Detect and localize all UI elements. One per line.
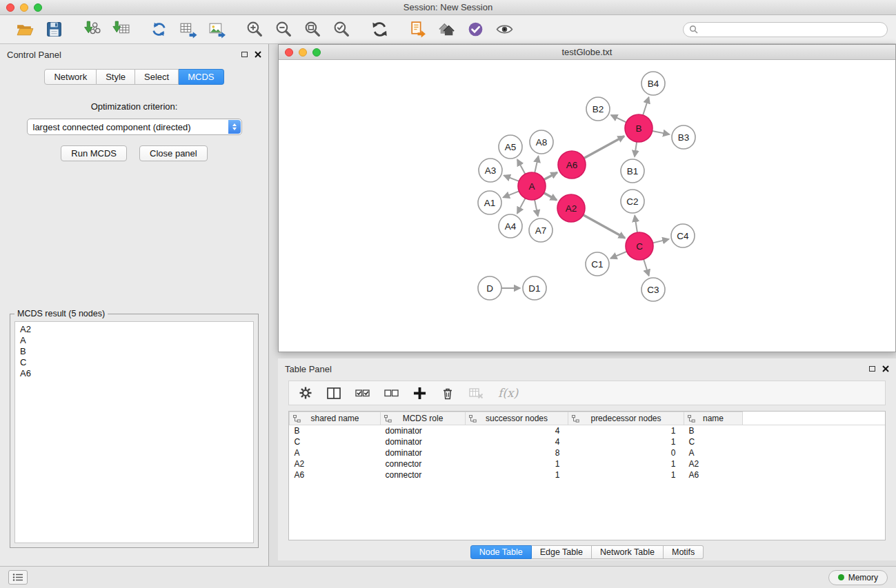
criterion-dropdown[interactable]: largest connected component (directed) [27,119,242,135]
node-table-container[interactable]: shared nameMCDS rolesuccessor nodesprede… [288,411,886,540]
network-close-button[interactable] [285,48,293,57]
table-row[interactable]: Adominator80A [290,447,886,458]
eye-button[interactable] [492,18,517,41]
edge-A-A1[interactable] [504,191,519,197]
export-image-button[interactable] [204,18,229,41]
node-A7[interactable]: A7 [529,219,552,242]
node-A8[interactable]: A8 [530,130,553,154]
float-table-panel-icon[interactable] [869,366,875,372]
edge-C-C2[interactable] [635,216,637,232]
cell-successor-nodes[interactable]: 1 [466,469,568,480]
refresh-button[interactable] [367,18,392,41]
close-table-panel-icon[interactable] [882,365,889,372]
edge-A-A8[interactable] [535,156,538,173]
node-C1[interactable]: C1 [586,252,609,276]
node-A3[interactable]: A3 [479,159,502,182]
tab-select[interactable]: Select [135,69,179,85]
cell-MCDS-role[interactable]: dominator [381,447,466,458]
cell-predecessor-nodes[interactable]: 1 [568,458,684,469]
cell-shared-name[interactable]: A6 [290,469,381,480]
cell-name[interactable]: A6 [684,469,743,480]
tab-edge-table[interactable]: Edge Table [532,545,592,559]
fullscreen-window-button[interactable] [34,3,42,12]
cell-successor-nodes[interactable]: 8 [466,447,568,458]
tab-node-table[interactable]: Node Table [470,545,532,559]
home-button[interactable] [434,18,459,41]
node-A[interactable]: A [518,172,546,200]
edge-B-B2[interactable] [611,115,626,122]
cell-predecessor-nodes[interactable]: 1 [568,425,684,436]
edge-A-A3[interactable] [504,176,519,181]
node-A5[interactable]: A5 [499,135,522,159]
style-button[interactable] [463,18,488,41]
cell-predecessor-nodes[interactable]: 1 [568,469,684,480]
select-all-button[interactable] [355,383,370,403]
export-network-button[interactable] [146,18,171,41]
node-A4[interactable]: A4 [499,214,522,238]
mcds-result-item[interactable]: A2 [20,324,248,335]
cell-successor-nodes[interactable]: 4 [466,436,568,447]
cell-MCDS-role[interactable]: dominator [381,436,466,447]
edge-A-A6[interactable] [544,172,557,179]
table-row[interactable]: A2connector11A2 [290,458,886,469]
cell-predecessor-nodes[interactable]: 1 [568,436,684,447]
tab-style[interactable]: Style [97,69,135,85]
node-B4[interactable]: B4 [641,72,665,95]
edge-A6-B[interactable] [584,136,624,159]
edge-C-C4[interactable] [653,239,668,243]
node-B[interactable]: B [625,114,653,142]
cell-name[interactable]: A2 [684,458,743,469]
float-panel-icon[interactable] [241,52,248,57]
memory-button[interactable]: Memory [828,570,888,585]
node-D1[interactable]: D1 [523,276,546,300]
save-session-button[interactable] [41,18,66,41]
close-window-button[interactable] [6,3,14,12]
cell-shared-name[interactable]: B [290,425,381,436]
network-minimize-button[interactable] [299,48,307,57]
search-input[interactable] [702,25,882,34]
cell-shared-name[interactable]: C [290,436,381,447]
cell-name[interactable]: A [684,447,743,458]
node-B3[interactable]: B3 [672,125,695,149]
cell-shared-name[interactable]: A2 [290,458,381,469]
import-table-button[interactable] [108,18,133,41]
add-row-button[interactable] [413,383,426,403]
tab-network[interactable]: Network [44,69,97,85]
table-row[interactable]: Cdominator41C [290,436,886,447]
export-page-button[interactable] [405,18,430,41]
edge-B-B1[interactable] [635,142,637,156]
tab-mcds[interactable]: MCDS [179,69,223,85]
tab-network-table[interactable]: Network Table [592,545,664,559]
node-C3[interactable]: C3 [641,278,665,301]
node-A2[interactable]: A2 [557,194,585,222]
edge-A2-C[interactable] [583,215,625,239]
column-header-predecessor-nodes[interactable]: predecessor nodes [568,412,684,425]
table-row[interactable]: Bdominator41B [290,425,886,436]
tab-motifs[interactable]: Motifs [664,545,704,559]
function-builder-button[interactable]: f(x) [498,383,518,403]
cell-successor-nodes[interactable]: 1 [466,458,568,469]
zoom-fit-button[interactable] [300,18,325,41]
node-C2[interactable]: C2 [621,190,644,213]
edge-C-C3[interactable] [644,259,649,276]
zoom-out-button[interactable] [271,18,296,41]
column-header-shared-name[interactable]: shared name [290,412,381,425]
edge-B-B4[interactable] [643,97,648,115]
cell-MCDS-role[interactable]: connector [381,458,466,469]
cell-MCDS-role[interactable]: connector [381,469,466,480]
close-panel-icon[interactable] [255,51,261,58]
cell-predecessor-nodes[interactable]: 0 [568,447,684,458]
edge-A-A5[interactable] [517,159,525,174]
node-A6[interactable]: A6 [558,151,586,179]
column-header-name[interactable]: name [684,412,743,425]
node-D[interactable]: D [478,276,501,300]
node-C4[interactable]: C4 [671,224,695,247]
deselect-all-button[interactable] [384,383,399,403]
node-B1[interactable]: B1 [621,159,644,183]
edge-B-B3[interactable] [653,131,670,134]
cell-shared-name[interactable]: A [290,447,381,458]
cell-name[interactable]: B [684,425,743,436]
mcds-result-item[interactable]: B [20,346,248,357]
edge-A-A7[interactable] [535,200,538,216]
mcds-result-item[interactable]: C [20,357,248,368]
